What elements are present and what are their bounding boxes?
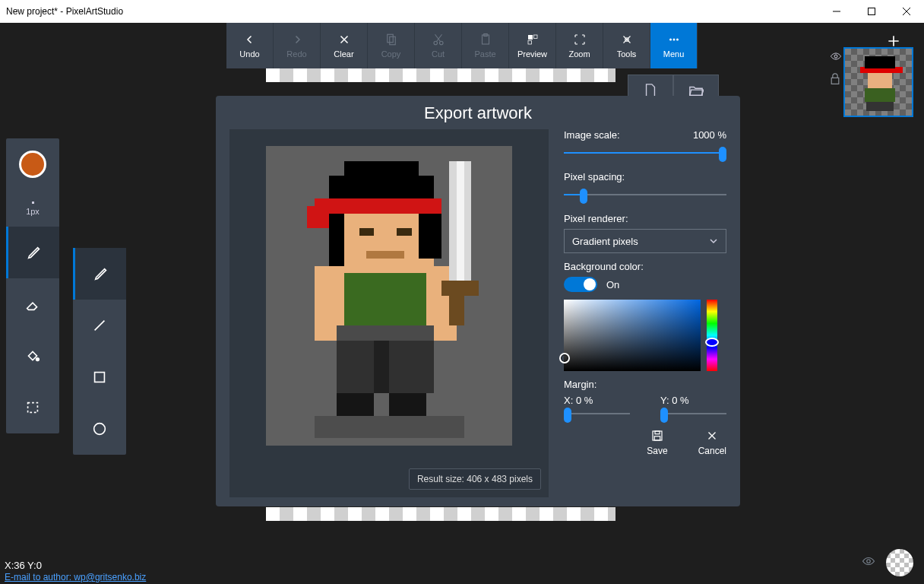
preview-button[interactable]: Preview xyxy=(509,23,556,68)
svg-rect-30 xyxy=(337,266,434,326)
image-scale-slider[interactable] xyxy=(564,145,726,160)
fill-tool[interactable] xyxy=(6,330,59,382)
svg-rect-40 xyxy=(457,161,464,281)
close-button[interactable] xyxy=(889,0,924,23)
background-toggle[interactable] xyxy=(564,277,597,292)
svg-rect-36 xyxy=(374,341,389,393)
svg-rect-22 xyxy=(315,198,441,214)
maximize-button[interactable] xyxy=(854,0,889,23)
undo-button[interactable]: Undo xyxy=(226,23,274,68)
svg-rect-2 xyxy=(389,36,395,45)
circle-tool[interactable] xyxy=(73,403,126,455)
svg-point-13 xyxy=(676,39,679,41)
layer-thumbnail[interactable] xyxy=(843,47,913,117)
svg-rect-43 xyxy=(315,416,464,439)
svg-rect-1 xyxy=(387,34,393,43)
svg-rect-27 xyxy=(359,228,375,236)
svg-point-17 xyxy=(94,424,106,435)
dialog-title: Export artwork xyxy=(216,96,740,129)
margin-x-label: X: 0 % xyxy=(564,395,630,406)
copy-button[interactable]: Copy xyxy=(368,23,415,68)
result-size-label: Result size: 406 x 483 pixels xyxy=(409,468,541,490)
pencil-tool[interactable] xyxy=(6,227,59,278)
freehand-tool[interactable] xyxy=(73,248,126,300)
margin-y-slider[interactable] xyxy=(660,406,726,421)
title-bar: New project* - PixelArtStudio xyxy=(0,0,924,23)
svg-rect-37 xyxy=(337,393,374,416)
eraser-tool[interactable] xyxy=(6,278,59,330)
svg-rect-7 xyxy=(528,35,533,40)
main-toolbar: Undo Redo Clear Copy Cut Paste Preview Z… xyxy=(0,23,924,68)
svg-point-4 xyxy=(439,41,443,45)
svg-rect-45 xyxy=(655,431,660,434)
svg-rect-46 xyxy=(654,436,660,440)
cursor-coords: X:36 Y:0 xyxy=(5,560,146,571)
svg-rect-38 xyxy=(389,393,426,416)
svg-rect-28 xyxy=(397,228,412,236)
chevron-down-icon xyxy=(709,236,718,246)
image-scale-label: Image scale: xyxy=(564,129,620,141)
pixel-renderer-label: Pixel renderer: xyxy=(564,213,726,224)
svg-rect-26 xyxy=(419,214,441,259)
minimize-button[interactable] xyxy=(819,0,854,23)
paste-button[interactable]: Paste xyxy=(462,23,509,68)
cancel-button[interactable]: Cancel xyxy=(698,429,726,456)
visibility-icon[interactable] xyxy=(830,50,842,64)
layer-footer xyxy=(862,549,913,576)
svg-point-18 xyxy=(834,55,837,58)
menu-button[interactable]: Menu xyxy=(650,23,698,68)
lock-icon[interactable] xyxy=(830,73,842,88)
svg-rect-20 xyxy=(344,161,419,176)
save-button[interactable]: Save xyxy=(647,429,667,456)
svg-rect-21 xyxy=(329,176,434,198)
svg-point-12 xyxy=(672,39,675,41)
svg-rect-0 xyxy=(869,8,875,15)
svg-point-14 xyxy=(36,358,40,361)
margin-label: Margin: xyxy=(564,379,726,390)
canvas-edge-top xyxy=(266,68,615,82)
clear-button[interactable]: Clear xyxy=(321,23,368,68)
redo-button[interactable]: Redo xyxy=(274,23,321,68)
svg-point-47 xyxy=(867,560,871,563)
image-scale-value: 1000 % xyxy=(693,129,726,141)
author-email-link[interactable]: E-mail to author: wp@gritsenko.biz xyxy=(5,572,146,582)
tools-button[interactable]: Tools xyxy=(603,23,650,68)
pixel-spacing-label: Pixel spacing: xyxy=(564,171,726,182)
visibility-icon[interactable] xyxy=(862,556,875,570)
tool-palette-primary: 1px xyxy=(6,138,59,433)
margin-x-slider[interactable] xyxy=(564,406,630,421)
color-sv-picker[interactable] xyxy=(564,300,701,371)
status-bar: X:36 Y:0 E-mail to author: wp@gritsenko.… xyxy=(5,560,146,582)
pixel-renderer-select[interactable]: Gradient pixels xyxy=(564,229,726,253)
line-tool[interactable] xyxy=(73,300,126,351)
background-color-label: Background color: xyxy=(564,261,726,272)
background-layer-swatch[interactable] xyxy=(886,549,913,576)
select-tool[interactable] xyxy=(6,382,59,433)
cut-button[interactable]: Cut xyxy=(415,23,462,68)
svg-rect-15 xyxy=(28,403,38,413)
tool-palette-shapes xyxy=(73,248,126,455)
app-title: New project* - PixelArtStudio xyxy=(6,6,123,17)
rectangle-tool[interactable] xyxy=(73,351,126,403)
svg-point-3 xyxy=(434,41,438,45)
margin-y-label: Y: 0 % xyxy=(660,395,726,406)
export-preview: Result size: 406 x 483 pixels xyxy=(229,129,549,497)
svg-rect-42 xyxy=(449,296,464,325)
brush-size[interactable]: 1px xyxy=(6,190,59,227)
svg-rect-31 xyxy=(337,266,434,274)
svg-point-11 xyxy=(669,39,672,41)
svg-rect-19 xyxy=(831,78,839,84)
svg-rect-16 xyxy=(95,373,105,382)
svg-rect-34 xyxy=(337,325,434,341)
svg-rect-29 xyxy=(366,251,403,259)
pixel-spacing-slider[interactable] xyxy=(564,187,726,202)
export-dialog: Export artwork xyxy=(216,96,740,506)
layers-panel xyxy=(830,47,913,117)
color-swatch[interactable] xyxy=(6,138,59,190)
svg-rect-41 xyxy=(441,281,479,296)
svg-rect-9 xyxy=(528,41,532,45)
zoom-button[interactable]: Zoom xyxy=(556,23,603,68)
svg-rect-23 xyxy=(307,206,330,229)
color-hue-slider[interactable] xyxy=(707,300,717,371)
canvas-edge-bottom xyxy=(266,507,615,521)
